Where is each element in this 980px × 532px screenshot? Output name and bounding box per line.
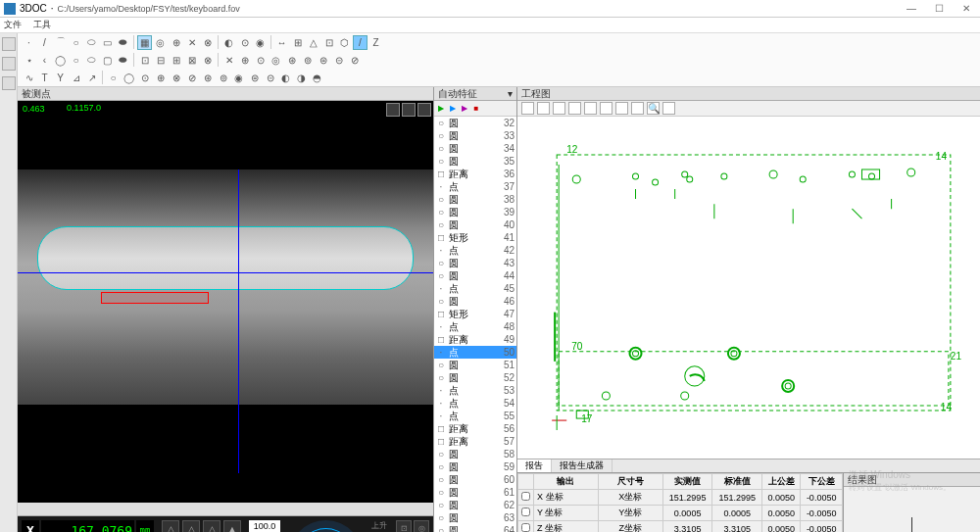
t2-a-icon[interactable]: ⋆	[22, 53, 36, 68]
t2-l-icon[interactable]: ⊗	[200, 53, 215, 68]
table-row[interactable]: X 坐标X坐标151.2995151.29950.0050-0.0050	[518, 490, 843, 506]
feature-row[interactable]: ○圆63	[434, 511, 516, 524]
feature-row[interactable]: ○圆60	[434, 473, 516, 486]
viewer-ctrl-2-icon[interactable]	[402, 103, 416, 117]
t3-b-icon[interactable]: T	[37, 71, 52, 85]
dim-e-icon[interactable]: ⬡	[337, 35, 352, 50]
point-icon[interactable]: ·	[22, 35, 36, 50]
dt-4-icon[interactable]	[568, 102, 581, 115]
t3-m-icon[interactable]: ⊚	[216, 71, 230, 85]
row-checkbox[interactable]	[521, 523, 530, 532]
tool-f-icon[interactable]: ◐	[221, 35, 236, 50]
feature-row[interactable]: ○圆52	[434, 371, 516, 384]
dt-5-icon[interactable]	[584, 102, 597, 115]
feature-row[interactable]: □距离56	[434, 422, 516, 435]
t3-j-icon[interactable]: ⊗	[169, 71, 183, 85]
feature-row[interactable]: ○圆51	[434, 359, 516, 371]
t3-q-icon[interactable]: ◐	[278, 71, 293, 85]
t2-c-icon[interactable]: ◯	[53, 53, 68, 68]
feature-row[interactable]: ○圆44	[434, 269, 516, 282]
t3-e-icon[interactable]: ↗	[84, 71, 99, 85]
selection-box[interactable]	[101, 292, 209, 304]
t3-p-icon[interactable]: ⊝	[263, 71, 277, 85]
results-table[interactable]: 输出尺寸号实测值标准值上公差下公差X 坐标X坐标151.2995151.2995…	[517, 473, 843, 532]
feature-row[interactable]: ○圆39	[434, 206, 516, 218]
feature-row[interactable]: □矩形47	[434, 308, 516, 320]
arc-icon[interactable]: ⌒	[53, 35, 68, 50]
t2-t-icon[interactable]: ⊝	[331, 53, 346, 68]
row-checkbox[interactable]	[521, 508, 530, 516]
tab-report-gen[interactable]: 报告生成器	[552, 459, 612, 472]
t3-r-icon[interactable]: ◑	[294, 71, 309, 85]
t2-o-icon[interactable]: ⊙	[253, 53, 268, 68]
tool-b-icon[interactable]: ◎	[153, 35, 168, 50]
jog-3[interactable]: △	[203, 520, 220, 532]
dim-c-icon[interactable]: △	[306, 35, 320, 50]
feature-row[interactable]: ○圆32	[434, 117, 516, 129]
dt-8-icon[interactable]	[631, 102, 644, 115]
t2-s-icon[interactable]: ⊜	[316, 53, 330, 68]
t3-f-icon[interactable]: ○	[106, 71, 121, 85]
viewer-ctrl-3-icon[interactable]	[417, 103, 431, 117]
tool-e-icon[interactable]: ⊗	[200, 35, 215, 50]
table-row[interactable]: Z 坐标Z坐标3.31053.31050.0050-0.0050	[518, 521, 843, 533]
close-button[interactable]: ✕	[956, 2, 976, 16]
t2-i-icon[interactable]: ⊟	[153, 53, 168, 68]
t2-b-icon[interactable]: ‹	[37, 53, 52, 68]
lc-2[interactable]: ◎	[414, 520, 429, 532]
t2-r-icon[interactable]: ⊚	[300, 53, 315, 68]
t2-f-icon[interactable]: ▢	[100, 53, 115, 68]
dt-1-icon[interactable]	[521, 102, 534, 115]
t3-o-icon[interactable]: ⊜	[247, 71, 262, 85]
maximize-button[interactable]: ☐	[929, 2, 949, 16]
t2-n-icon[interactable]: ⊕	[237, 53, 252, 68]
pause-icon[interactable]: ▶	[448, 104, 458, 114]
t3-d-icon[interactable]: ⊿	[69, 71, 83, 85]
t3-c-icon[interactable]: Y	[53, 71, 68, 85]
t3-s-icon[interactable]: ◓	[310, 71, 324, 85]
t2-u-icon[interactable]: ⊘	[347, 53, 362, 68]
dt-10-icon[interactable]	[662, 102, 675, 115]
t2-g-icon[interactable]: ⬬	[116, 53, 130, 68]
line-icon[interactable]: /	[37, 35, 52, 50]
t3-a-icon[interactable]: ∿	[22, 71, 36, 85]
feature-row[interactable]: ○圆33	[434, 129, 516, 142]
table-row[interactable]: Y 坐标Y坐标0.00050.00050.0050-0.0050	[518, 506, 843, 521]
feature-row[interactable]: ·点50	[434, 346, 516, 359]
jog-2[interactable]: △	[182, 520, 200, 532]
feature-row[interactable]: ·点54	[434, 397, 516, 410]
viewer-ctrl-1-icon[interactable]	[386, 103, 400, 117]
feature-row[interactable]: □距离49	[434, 333, 516, 346]
minimize-button[interactable]: —	[902, 2, 921, 16]
tool-a-icon[interactable]: ▦	[137, 35, 152, 50]
dt-zoom-icon[interactable]: 🔍	[647, 102, 660, 115]
rail-item-3[interactable]	[2, 76, 16, 90]
feature-row[interactable]: ○圆61	[434, 486, 516, 499]
feature-row[interactable]: ·点45	[434, 282, 516, 295]
feature-row[interactable]: ○圆34	[434, 142, 516, 155]
dt-6-icon[interactable]	[600, 102, 612, 115]
feature-row[interactable]: ·点55	[434, 410, 516, 422]
t2-j-icon[interactable]: ⊞	[169, 53, 183, 68]
feature-row[interactable]: □距离36	[434, 168, 516, 180]
t3-n-icon[interactable]: ◉	[231, 71, 246, 85]
menu-tool[interactable]: 工具	[33, 19, 51, 31]
t3-g-icon[interactable]: ◯	[122, 71, 136, 85]
dt-7-icon[interactable]	[615, 102, 628, 115]
circle-control[interactable]: R= 测量点	[288, 520, 364, 532]
rail-item-2[interactable]	[2, 57, 16, 71]
menu-file[interactable]: 文件	[4, 19, 22, 31]
dim-a-icon[interactable]: ↔	[274, 35, 289, 50]
feature-row[interactable]: ○圆58	[434, 448, 516, 460]
t2-p-icon[interactable]: ◎	[269, 53, 283, 68]
t2-q-icon[interactable]: ⊛	[284, 53, 299, 68]
feature-row[interactable]: ·点48	[434, 320, 516, 333]
feature-row[interactable]: ○圆40	[434, 218, 516, 231]
feature-row[interactable]: ○圆64	[434, 524, 516, 532]
dim-f-icon[interactable]: /	[353, 35, 368, 50]
feature-list[interactable]: ○圆32○圆33○圆34○圆35□距离36·点37○圆38○圆39○圆40□矩形…	[434, 117, 516, 532]
t3-k-icon[interactable]: ⊘	[184, 71, 199, 85]
play-icon[interactable]: ▶	[436, 104, 446, 114]
t2-d-icon[interactable]: ○	[69, 53, 83, 68]
tab-report[interactable]: 报告	[517, 459, 552, 472]
